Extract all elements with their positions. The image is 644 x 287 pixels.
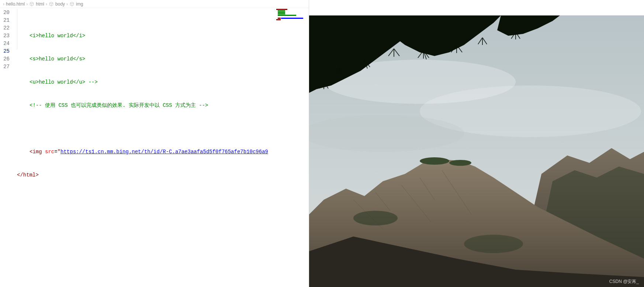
chevron-right-icon: ›	[3, 1, 4, 7]
preview-header	[309, 0, 644, 15]
svg-point-4	[420, 157, 449, 165]
mountain-photo	[309, 15, 644, 287]
code-line: <i>hello world</i>	[14, 32, 309, 40]
line-gutter: 2021222324252627	[0, 8, 14, 287]
cube-icon	[69, 1, 75, 7]
breadcrumb-file[interactable]: hello.html	[6, 1, 25, 7]
breadcrumb-item[interactable]: body	[55, 1, 65, 7]
breadcrumb-item[interactable]: html	[36, 1, 44, 7]
code-line	[14, 195, 309, 202]
code-line: <img src="https://ts1.cn.mm.bing.net/th/…	[14, 148, 309, 156]
cube-icon	[49, 1, 54, 7]
svg-point-3	[309, 115, 464, 152]
line-number: 25	[0, 48, 14, 55]
svg-point-7	[464, 235, 523, 253]
editor-pane: › hello.html › html › body › img 2021222…	[0, 0, 309, 287]
breadcrumb-item[interactable]: img	[76, 1, 83, 7]
breadcrumb[interactable]: › hello.html › html › body › img	[0, 0, 309, 8]
indent-guide	[17, 9, 17, 49]
chevron-right-icon: ›	[66, 1, 68, 7]
line-number: 22	[0, 24, 14, 32]
cube-icon	[29, 1, 34, 7]
code-area[interactable]: 2021222324252627 <i>hello world</i> <s>h…	[0, 8, 309, 287]
line-number: 23	[0, 32, 14, 40]
chevron-right-icon: ›	[26, 1, 28, 7]
svg-point-5	[449, 160, 471, 166]
code-line: <s>hello world</s>	[14, 55, 309, 63]
preview-pane: CSDN @安苒_	[309, 0, 644, 287]
chevron-right-icon: ›	[46, 1, 47, 7]
code-line	[14, 125, 309, 133]
watermark: CSDN @安苒_	[609, 279, 639, 285]
line-number: 21	[0, 17, 14, 24]
minimap[interactable]	[276, 8, 309, 34]
svg-point-6	[353, 211, 398, 225]
preview-image: CSDN @安苒_	[309, 15, 644, 287]
code-line: <!-- 使用 CSS 也可以完成类似的效果. 实际开发中以 CSS 方式为主 …	[14, 102, 309, 109]
line-number: 20	[0, 9, 14, 17]
line-number: 26	[0, 55, 14, 63]
line-number: 24	[0, 40, 14, 48]
code-content[interactable]: <i>hello world</i> <s>hello world</s> <u…	[14, 8, 309, 287]
code-line: <u>hello world</u> -->	[14, 78, 309, 86]
code-line: </html>	[14, 171, 309, 179]
line-number: 27	[0, 63, 14, 71]
